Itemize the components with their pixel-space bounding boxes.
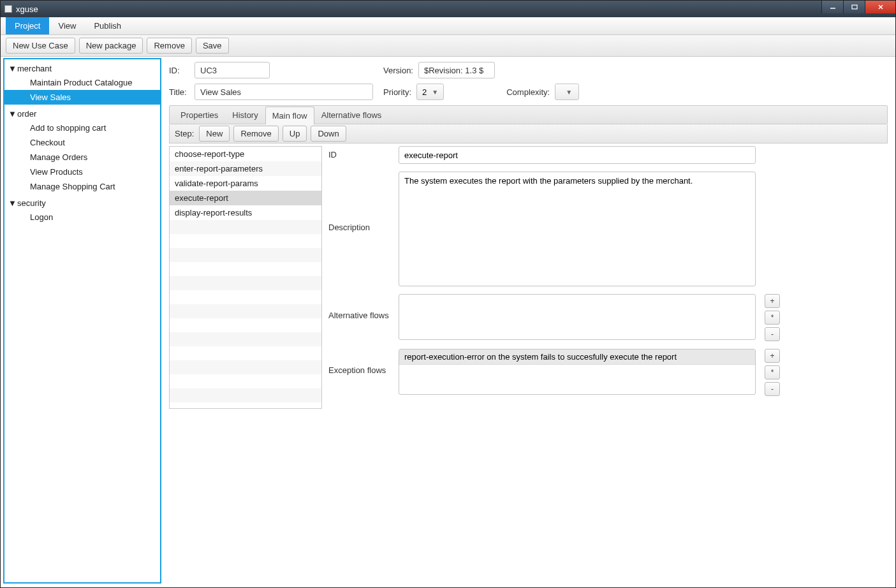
id-input[interactable] [195, 62, 270, 78]
priority-label: Priority: [383, 87, 411, 97]
tree-item-maintain-product-catalogue[interactable]: Maintain Product Catalogue [4, 75, 160, 90]
tabstrip: Properties History Main flow Alternative… [169, 105, 888, 124]
new-package-button[interactable]: New package [79, 38, 143, 54]
step-item-empty [170, 360, 321, 374]
id-label: ID: [169, 66, 189, 75]
tree-group-merchant[interactable]: ▼merchant [4, 62, 160, 75]
tree-item-view-products[interactable]: View Products [4, 165, 160, 179]
step-item-empty [170, 332, 321, 346]
tree-item-checkout[interactable]: Checkout [4, 135, 160, 150]
menubar: Project View Publish [1, 17, 895, 35]
title-label: Title: [169, 87, 189, 97]
new-use-case-button[interactable]: New Use Case [6, 38, 75, 54]
step-up-button[interactable]: Up [283, 126, 307, 142]
step-item[interactable]: display-report-results [170, 205, 321, 220]
exception-flows-list[interactable]: report-execution-error on the system fai… [399, 349, 756, 395]
step-item-empty [170, 290, 321, 304]
step-item-empty [170, 374, 321, 388]
caret-down-icon: ▼ [8, 64, 15, 73]
step-item-empty [170, 220, 321, 234]
window-title: xguse [16, 4, 38, 14]
chevron-down-icon: ▼ [432, 89, 438, 96]
alt-star-button[interactable]: * [765, 311, 780, 325]
chevron-down-icon: ▼ [566, 89, 572, 96]
step-item[interactable]: validate-report-params [170, 176, 321, 191]
detail-id-label: ID [328, 146, 390, 164]
tab-main-flow[interactable]: Main flow [265, 107, 314, 124]
menu-view[interactable]: View [49, 17, 85, 34]
tree-group-security[interactable]: ▼security [4, 196, 160, 210]
tree-item-manage-shopping-cart[interactable]: Manage Shopping Cart [4, 179, 160, 194]
step-item-empty [170, 318, 321, 332]
step-item[interactable]: enter-report-parameters [170, 161, 321, 176]
step-item-empty [170, 276, 321, 290]
menu-project[interactable]: Project [6, 17, 49, 34]
step-label: Step: [175, 129, 194, 138]
step-item-empty [170, 234, 321, 248]
save-button[interactable]: Save [196, 38, 229, 54]
content-pane: ID: Version: Title: Priority: 2▼ Complex… [161, 57, 895, 585]
detail-exception-flows-label: Exception flows [328, 349, 390, 396]
maximize-button[interactable] [843, 1, 865, 13]
step-item-empty [170, 304, 321, 318]
tab-properties[interactable]: Properties [173, 106, 225, 124]
version-input[interactable] [418, 62, 495, 78]
titlebar: xguse [1, 1, 895, 17]
tree-group-order[interactable]: ▼order [4, 107, 160, 121]
detail-description-label: Description [328, 172, 390, 286]
tree-item-add-to-shopping-cart[interactable]: Add to shopping cart [4, 121, 160, 135]
step-item-empty [170, 248, 321, 262]
exception-flow-item[interactable]: report-execution-error on the system fai… [399, 349, 755, 365]
menu-publish[interactable]: Publish [85, 17, 130, 34]
alt-add-button[interactable]: + [765, 294, 780, 308]
exc-remove-button[interactable]: - [765, 382, 780, 396]
complexity-select[interactable]: ▼ [555, 84, 579, 100]
step-item[interactable]: choose-report-type [170, 147, 321, 161]
tab-history[interactable]: History [225, 106, 265, 124]
version-label: Version: [383, 66, 413, 75]
detail-id-input[interactable] [399, 146, 756, 164]
detail-description-textarea[interactable] [399, 172, 756, 286]
step-remove-button[interactable]: Remove [233, 126, 278, 142]
detail-alternative-flows-label: Alternative flows [328, 294, 390, 341]
alternative-flows-list[interactable] [399, 294, 756, 340]
step-toolbar: Step: New Remove Up Down [169, 124, 888, 143]
navigation-tree[interactable]: ▼merchant Maintain Product Catalogue Vie… [3, 58, 161, 584]
caret-down-icon: ▼ [8, 198, 15, 208]
tree-item-logon[interactable]: Logon [4, 210, 160, 224]
svg-rect-1 [852, 5, 857, 9]
app-icon [4, 5, 12, 13]
tree-item-view-sales[interactable]: View Sales [4, 90, 160, 105]
app-window: xguse Project View Publish New Use Case … [0, 0, 896, 588]
title-input[interactable] [195, 84, 373, 100]
tab-alternative-flows[interactable]: Alternative flows [314, 106, 389, 124]
step-item-empty [170, 346, 321, 360]
step-down-button[interactable]: Down [311, 126, 346, 142]
step-item-empty [170, 262, 321, 276]
step-item[interactable]: execute-report [170, 191, 321, 205]
step-list[interactable]: choose-report-type enter-report-paramete… [169, 146, 322, 409]
step-details: ID Description Alternative flows + * - [328, 146, 888, 409]
complexity-label: Complexity: [506, 87, 550, 97]
close-button[interactable] [865, 1, 895, 13]
remove-button[interactable]: Remove [147, 38, 191, 54]
step-new-button[interactable]: New [199, 126, 230, 142]
toolbar: New Use Case New package Remove Save [1, 35, 895, 57]
exc-star-button[interactable]: * [765, 365, 780, 379]
alt-remove-button[interactable]: - [765, 327, 780, 341]
step-item-empty [170, 388, 321, 402]
tree-item-manage-orders[interactable]: Manage Orders [4, 150, 160, 165]
minimize-button[interactable] [821, 1, 843, 13]
exc-add-button[interactable]: + [765, 349, 780, 363]
priority-select[interactable]: 2▼ [416, 84, 444, 100]
caret-down-icon: ▼ [8, 109, 15, 119]
